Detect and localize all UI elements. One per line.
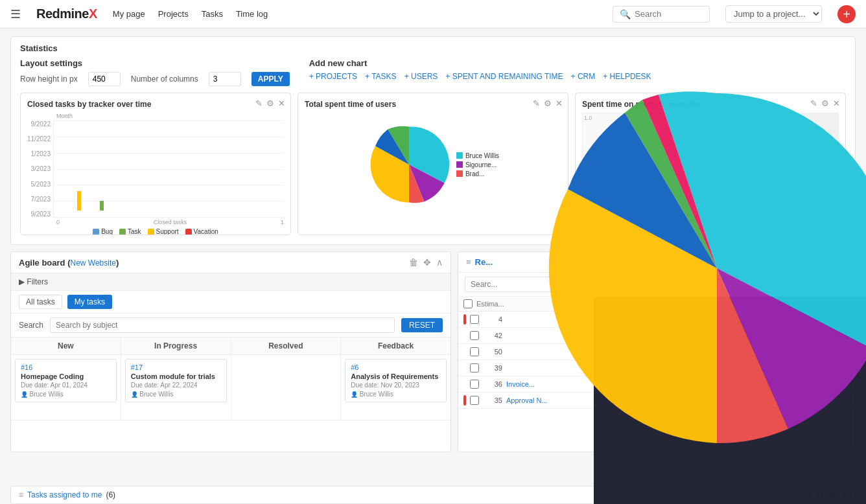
kanban-col-inprogress-header: In Progress bbox=[121, 338, 231, 355]
agile-project-link[interactable]: New Website bbox=[70, 258, 115, 268]
task-id[interactable]: #17 bbox=[131, 363, 221, 371]
chart2-delete-icon[interactable]: ✕ bbox=[556, 98, 563, 108]
report-flag bbox=[463, 395, 466, 406]
chart3-edit-icon[interactable]: ✎ bbox=[810, 98, 817, 108]
task-search-row: Search RESET bbox=[11, 314, 451, 338]
nav-time-log[interactable]: Time log bbox=[236, 9, 268, 19]
kanban-col-inprogress-content: #17 Custom module for trials Due date: A… bbox=[121, 355, 231, 420]
chart3-settings-icon[interactable]: ⚙ bbox=[821, 98, 829, 108]
row-height-input[interactable] bbox=[88, 72, 121, 86]
bar-chart-area: 9/2022 11/2022 1/2023 3/2023 5/2023 7/20… bbox=[27, 120, 284, 218]
tasks-assigned-link[interactable]: Tasks assigned to me bbox=[27, 490, 102, 499]
main-content: Statistics Layout settings Row height in… bbox=[0, 29, 866, 504]
add-projects-link[interactable]: + PROJECTS bbox=[309, 72, 357, 81]
task-id[interactable]: #6 bbox=[351, 363, 441, 371]
pie-legend: Bruce Willis Sigourne... Brad... bbox=[456, 152, 499, 178]
apply-button[interactable]: APPLY bbox=[252, 72, 290, 86]
statistics-section: Statistics Layout settings Row height in… bbox=[10, 36, 856, 245]
kanban-col-new: New #16 Homepage Coding Due date: Apr 01… bbox=[11, 338, 121, 420]
menu-icon[interactable]: ☰ bbox=[10, 7, 21, 21]
search-input[interactable] bbox=[635, 9, 703, 19]
bar-chart-legend: Bug Task Support Vacation bbox=[27, 228, 284, 235]
kanban-col-resolved: Resolved bbox=[231, 338, 342, 420]
columns-label: Number of columns bbox=[131, 74, 198, 84]
agile-delete-icon[interactable]: 🗑 bbox=[409, 257, 418, 268]
task-id[interactable]: #16 bbox=[21, 363, 111, 371]
reset-button[interactable]: RESET bbox=[401, 318, 443, 332]
report-row-checkbox[interactable] bbox=[470, 380, 479, 389]
chart-spent-projects: Spent time on projects over time ✎ ⚙ ✕ 1… bbox=[575, 93, 846, 235]
chart1-delete-icon[interactable]: ✕ bbox=[278, 98, 285, 108]
tab-my-tasks[interactable]: My tasks bbox=[67, 295, 112, 309]
add-spent-time-link[interactable]: + SPENT AND REMAINING TIME bbox=[445, 72, 563, 81]
kanban-col-new-header: New bbox=[11, 338, 121, 355]
kanban-col-feedback-header: Feedback bbox=[341, 338, 451, 355]
tasks-count: (6) bbox=[106, 490, 115, 499]
task-title: Analysis of Requirements bbox=[351, 372, 441, 380]
task-title: Custom module for trials bbox=[131, 372, 221, 380]
add-tasks-link[interactable]: + TASKS bbox=[365, 72, 397, 81]
report-search bbox=[458, 273, 855, 297]
kanban-col-resolved-header: Resolved bbox=[231, 338, 341, 355]
jump-to-project-select[interactable]: Jump to a project... bbox=[725, 5, 822, 23]
kanban-col-inprogress: In Progress #17 Custom module for trials… bbox=[121, 338, 231, 420]
chart1-icons: ✎ ⚙ ✕ bbox=[255, 98, 285, 108]
kanban-col-feedback-content: #6 Analysis of Requirements Due date: No… bbox=[341, 355, 451, 420]
task-card: #16 Homepage Coding Due date: Apr 01, 20… bbox=[15, 359, 117, 402]
report-search-input[interactable] bbox=[465, 277, 848, 292]
agile-header-icons: 🗑 ✥ ∧ bbox=[409, 257, 443, 268]
pie-chart-container: Bruce Willis Sigourne... Brad... bbox=[305, 113, 561, 216]
nav-links: My page Projects Tasks Time log bbox=[113, 9, 268, 19]
add-helpdesk-link[interactable]: + HELPDESK bbox=[603, 72, 651, 81]
search-box[interactable]: 🔍 bbox=[613, 6, 710, 23]
pie-chart-svg bbox=[367, 122, 451, 207]
task-user: Bruce Willis bbox=[131, 391, 221, 398]
agile-board: Agile board (New Website) 🗑 ✥ ∧ ▶ Filter… bbox=[10, 251, 451, 452]
chart2-edit-icon[interactable]: ✎ bbox=[533, 98, 540, 108]
charts-row: Closed tasks by tracker over time ✎ ⚙ ✕ … bbox=[20, 93, 846, 235]
task-due: Due date: Apr 01, 2024 bbox=[21, 382, 111, 389]
layout-settings-label: Layout settings bbox=[20, 58, 290, 68]
top-navigation: ☰ RedmineX My page Projects Tasks Time l… bbox=[0, 0, 866, 29]
report-row-checkbox[interactable] bbox=[470, 363, 479, 372]
add-chart-links: + PROJECTS + TASKS + USERS + SPENT AND R… bbox=[309, 72, 651, 81]
dark-background-panel bbox=[594, 297, 866, 504]
chart3-icons: ✎ ⚙ ✕ bbox=[810, 98, 840, 108]
task-user: Bruce Willis bbox=[21, 391, 111, 398]
kanban-col-new-content: #16 Homepage Coding Due date: Apr 01, 20… bbox=[11, 355, 121, 420]
add-button[interactable]: + bbox=[837, 5, 856, 23]
task-search-input[interactable] bbox=[50, 317, 395, 333]
report-title[interactable]: Re... bbox=[475, 257, 493, 267]
report-row-checkbox[interactable] bbox=[470, 331, 479, 340]
report-row-checkbox[interactable] bbox=[470, 315, 479, 324]
chart3-title: Spent time on projects over time bbox=[582, 100, 839, 109]
filters-bar[interactable]: ▶ Filters bbox=[11, 273, 451, 291]
columns-input[interactable] bbox=[209, 72, 241, 86]
chart1-settings-icon[interactable]: ⚙ bbox=[266, 98, 274, 108]
agile-title: Agile board (New Website) bbox=[19, 258, 119, 268]
bar-chart-inner bbox=[53, 120, 284, 218]
agile-move-icon[interactable]: ✥ bbox=[423, 257, 431, 268]
chart2-title: Total spent time of users bbox=[305, 100, 561, 109]
report-row-checkbox[interactable] bbox=[470, 396, 479, 405]
add-users-link[interactable]: + USERS bbox=[404, 72, 438, 81]
tasks-bar-icon: ≡ bbox=[19, 490, 23, 499]
nav-my-page[interactable]: My page bbox=[113, 9, 145, 19]
tab-all-tasks[interactable]: All tasks bbox=[19, 295, 62, 309]
report-select-all[interactable] bbox=[463, 299, 473, 308]
nav-tasks[interactable]: Tasks bbox=[202, 9, 223, 19]
row-height-label: Row height in px bbox=[20, 74, 78, 84]
chart2-settings-icon[interactable]: ⚙ bbox=[544, 98, 552, 108]
nav-projects[interactable]: Projects bbox=[158, 9, 189, 19]
task-search-label: Search bbox=[19, 321, 43, 330]
task-due: Due date: Nov 20, 2023 bbox=[351, 382, 441, 389]
agile-collapse-icon[interactable]: ∧ bbox=[436, 257, 443, 268]
report-header: ≡ Re... bbox=[458, 252, 855, 273]
add-crm-link[interactable]: + CRM bbox=[571, 72, 596, 81]
chart3-delete-icon[interactable]: ✕ bbox=[833, 98, 840, 108]
report-row-checkbox[interactable] bbox=[470, 347, 479, 356]
task-tabs: All tasks My tasks bbox=[11, 291, 451, 314]
chart-closed-tasks: Closed tasks by tracker over time ✎ ⚙ ✕ … bbox=[20, 93, 291, 235]
stats-title: Statistics bbox=[20, 43, 846, 53]
chart1-edit-icon[interactable]: ✎ bbox=[255, 98, 263, 108]
